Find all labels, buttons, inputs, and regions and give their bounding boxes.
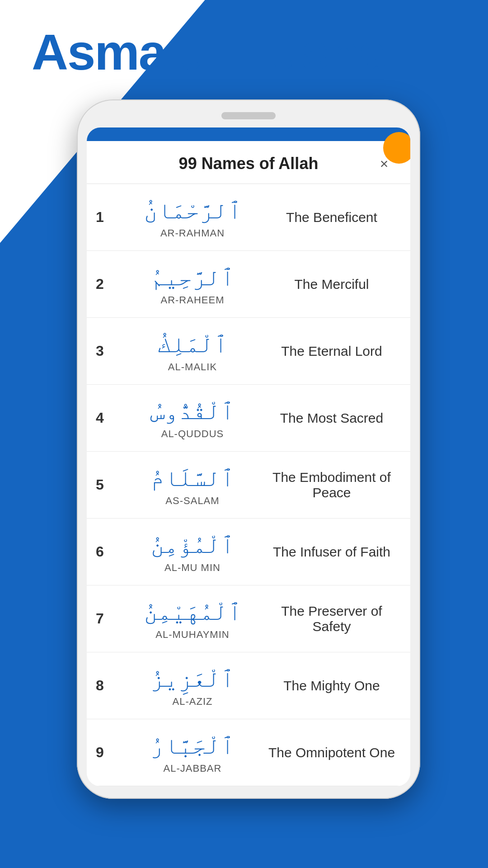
meaning-9: The Omnipotent One [262,745,401,760]
name-row[interactable]: 1 ٱلرَّحْمَانُ AR-RAHMAN The Beneficent [87,184,410,251]
arabic-col-4: ٱلْقُدُّوسُ AL-QUDDUS [123,396,262,440]
phone-speaker [221,112,276,119]
row-number-1: 1 [96,209,123,226]
arabic-text-1: ٱلرَّحْمَانُ [127,195,258,226]
name-row[interactable]: 6 ٱلْمُؤْمِنُ AL-MU MIN The Infuser of F… [87,519,410,585]
arabic-col-1: ٱلرَّحْمَانُ AR-RAHMAN [123,195,262,240]
row-number-7: 7 [96,610,123,627]
meaning-3: The Eternal Lord [262,344,401,359]
phone-outer: 99 Names of Allah × 1 ٱلرَّحْمَانُ AR-RA… [77,99,420,799]
meaning-6: The Infuser of Faith [262,544,401,560]
arabic-col-2: ٱلرَّحِيمُ AR-RAHEEM [123,262,262,307]
app-title: Asma ul Husna [32,27,385,78]
transliteration-9: AL-JABBAR [127,763,258,774]
arabic-col-9: ٱلْجَبَّارُ AL-JABBAR [123,731,262,775]
transliteration-7: AL-MUHAYMIN [127,629,258,641]
meaning-1: The Beneficent [262,210,401,225]
name-row[interactable]: 5 ٱلسَّلَامُ AS-SALAM The Embodiment of … [87,452,410,519]
modal-card: 99 Names of Allah × 1 ٱلرَّحْمَانُ AR-RA… [87,141,410,786]
name-row[interactable]: 8 ٱلْعَزِيزُ AL-AZIZ The Mighty One [87,652,410,719]
transliteration-5: AS-SALAM [127,495,258,507]
row-number-6: 6 [96,543,123,560]
modal-title-bar: 99 Names of Allah × [87,141,410,184]
name-row[interactable]: 7 ٱلْمُهَيْمِنُ AL-MUHAYMIN The Preserve… [87,585,410,652]
row-number-9: 9 [96,744,123,761]
arabic-text-9: ٱلْجَبَّارُ [127,731,258,761]
arabic-text-5: ٱلسَّلَامُ [127,463,258,494]
phone-container: 99 Names of Allah × 1 ٱلرَّحْمَانُ AR-RA… [23,99,474,868]
meaning-2: The Merciful [262,277,401,292]
name-row[interactable]: 3 ٱلْمَلِكُ AL-MALIK The Eternal Lord [87,318,410,385]
meaning-7: The Preserver of Safety [262,604,401,634]
arabic-col-5: ٱلسَّلَامُ AS-SALAM [123,463,262,507]
modal-title: 99 Names of Allah [123,154,374,173]
arabic-col-3: ٱلْمَلِكُ AL-MALIK [123,329,262,373]
app-header-bar [87,127,410,141]
arabic-text-7: ٱلْمُهَيْمِنُ [127,597,258,627]
transliteration-1: AR-RAHMAN [127,227,258,239]
arabic-col-8: ٱلْعَزِيزُ AL-AZIZ [123,664,262,708]
transliteration-4: AL-QUDDUS [127,428,258,440]
meaning-8: The Mighty One [262,678,401,693]
arabic-col-6: ٱلْمُؤْمِنُ AL-MU MIN [123,530,262,574]
transliteration-8: AL-AZIZ [127,696,258,708]
transliteration-3: AL-MALIK [127,361,258,373]
row-number-4: 4 [96,410,123,426]
phone-screen: 99 Names of Allah × 1 ٱلرَّحْمَانُ AR-RA… [87,127,410,786]
names-table: 1 ٱلرَّحْمَانُ AR-RAHMAN The Beneficent … [87,184,410,786]
arabic-text-3: ٱلْمَلِكُ [127,329,258,360]
name-row[interactable]: 9 ٱلْجَبَّارُ AL-JABBAR The Omnipotent O… [87,719,410,786]
meaning-5: The Embodiment of Peace [262,470,401,500]
arabic-text-8: ٱلْعَزِيزُ [127,664,258,694]
meaning-4: The Most Sacred [262,410,401,426]
arabic-col-7: ٱلْمُهَيْمِنُ AL-MUHAYMIN [123,597,262,641]
transliteration-6: AL-MU MIN [127,562,258,574]
transliteration-2: AR-RAHEEM [127,294,258,306]
row-number-8: 8 [96,677,123,694]
name-row[interactable]: 2 ٱلرَّحِيمُ AR-RAHEEM The Merciful [87,251,410,318]
row-number-2: 2 [96,276,123,292]
arabic-text-4: ٱلْقُدُّوسُ [127,396,258,427]
row-number-5: 5 [96,476,123,493]
name-row[interactable]: 4 ٱلْقُدُّوسُ AL-QUDDUS The Most Sacred [87,385,410,452]
arabic-text-6: ٱلْمُؤْمِنُ [127,530,258,561]
row-number-3: 3 [96,343,123,359]
arabic-text-2: ٱلرَّحِيمُ [127,262,258,293]
